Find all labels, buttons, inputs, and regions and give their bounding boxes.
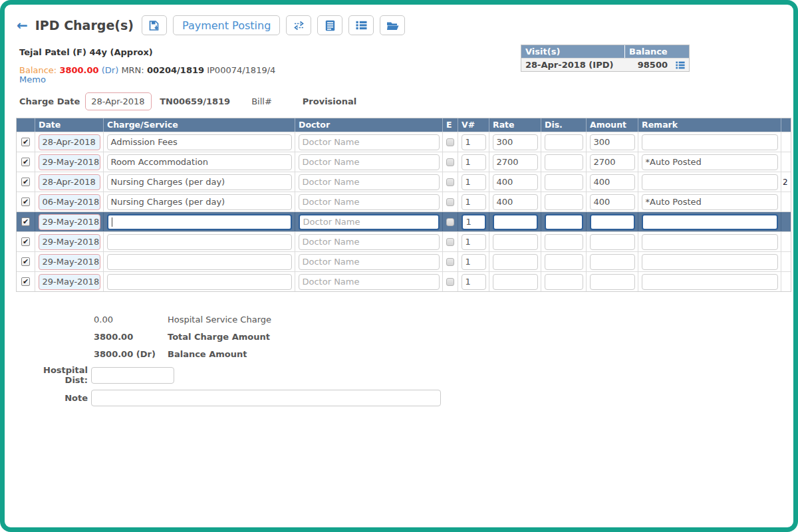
transaction-number: TN00659/1819 bbox=[160, 96, 230, 106]
date-input[interactable]: 29-May-2018 bbox=[39, 214, 100, 230]
charge-list-button[interactable] bbox=[348, 15, 374, 35]
amount-input[interactable] bbox=[590, 234, 635, 250]
date-input[interactable]: 29-May-2018 bbox=[39, 254, 100, 270]
row-checkbox[interactable]: ✔ bbox=[21, 257, 30, 266]
transfer-button[interactable] bbox=[286, 15, 311, 35]
date-input[interactable]: 28-Apr-2018 bbox=[39, 134, 100, 150]
row-checkbox[interactable]: ✔ bbox=[21, 217, 30, 226]
save-button[interactable] bbox=[142, 15, 167, 35]
date-input[interactable]: 06-May-2018 bbox=[39, 194, 100, 210]
rate-input[interactable]: 400 bbox=[493, 174, 538, 190]
visit-number-input[interactable]: 1 bbox=[462, 174, 486, 190]
charge-table-header: DateCharge/ServiceDoctorEV#RateDis.Amoun… bbox=[17, 118, 791, 132]
doctor-input[interactable]: Doctor Name bbox=[299, 134, 440, 150]
remark-input[interactable]: *Auto Posted bbox=[642, 194, 778, 210]
remark-input[interactable] bbox=[642, 174, 778, 190]
amount-input[interactable]: 400 bbox=[590, 194, 635, 210]
discount-input[interactable] bbox=[545, 234, 583, 250]
remark-input[interactable] bbox=[642, 234, 778, 250]
discount-input[interactable] bbox=[545, 174, 583, 190]
visit-row[interactable]: 28-Apr-2018 (IPD)98500 bbox=[521, 58, 689, 71]
doctor-input[interactable]: Doctor Name bbox=[299, 174, 440, 190]
rate-input[interactable] bbox=[493, 274, 538, 290]
date-input[interactable]: 29-May-2018 bbox=[39, 154, 100, 170]
e-checkbox[interactable] bbox=[446, 178, 454, 186]
doctor-input[interactable]: Doctor Name bbox=[299, 214, 440, 230]
amount-input[interactable]: 300 bbox=[590, 134, 635, 150]
discount-input[interactable] bbox=[545, 194, 583, 210]
remark-input[interactable] bbox=[642, 254, 778, 270]
date-input[interactable]: 29-May-2018 bbox=[39, 274, 100, 290]
charge-service-input[interactable]: Nursing Charges (per day) bbox=[107, 174, 292, 190]
rate-input[interactable] bbox=[493, 254, 538, 270]
visit-number-input[interactable]: 1 bbox=[462, 154, 486, 170]
amount-input[interactable] bbox=[590, 214, 635, 230]
visit-detail-icon[interactable] bbox=[676, 61, 685, 69]
doctor-input[interactable]: Doctor Name bbox=[299, 254, 440, 270]
hospital-dist-input[interactable] bbox=[91, 367, 174, 384]
e-checkbox[interactable] bbox=[446, 258, 454, 266]
rate-input[interactable] bbox=[493, 214, 538, 230]
visit-number-input[interactable]: 1 bbox=[462, 134, 486, 150]
doctor-input[interactable]: Doctor Name bbox=[299, 274, 440, 290]
row-checkbox[interactable]: ✔ bbox=[21, 237, 30, 246]
row-checkbox[interactable]: ✔ bbox=[21, 198, 30, 206]
row-checkbox[interactable]: ✔ bbox=[21, 158, 30, 166]
visit-number-input[interactable]: 1 bbox=[462, 194, 486, 210]
column-header-dis: Dis. bbox=[541, 118, 587, 132]
remark-input[interactable] bbox=[642, 274, 778, 290]
charge-service-input[interactable] bbox=[107, 214, 292, 230]
doctor-input[interactable]: Doctor Name bbox=[299, 154, 440, 170]
e-checkbox[interactable] bbox=[446, 278, 454, 286]
remark-input[interactable]: *Auto Posted bbox=[642, 154, 778, 170]
amount-input[interactable] bbox=[590, 274, 635, 290]
row-extra-count: 2 bbox=[781, 172, 791, 192]
rate-input[interactable]: 300 bbox=[493, 134, 538, 150]
charge-service-input[interactable]: Room Accommodation bbox=[107, 154, 292, 170]
amount-input[interactable] bbox=[590, 254, 635, 270]
visit-number-input[interactable]: 1 bbox=[462, 254, 486, 270]
charge-service-input[interactable] bbox=[107, 274, 292, 290]
row-checkbox[interactable]: ✔ bbox=[21, 277, 30, 286]
discount-input[interactable] bbox=[545, 274, 583, 290]
doctor-input[interactable]: Doctor Name bbox=[299, 194, 440, 210]
rate-input[interactable] bbox=[493, 234, 538, 250]
remark-input[interactable] bbox=[642, 214, 778, 230]
charge-date-input[interactable]: 28-Apr-2018 bbox=[85, 92, 152, 110]
page-title: IPD Charge(s) bbox=[35, 18, 134, 33]
discount-input[interactable] bbox=[545, 134, 583, 150]
date-input[interactable]: 28-Apr-2018 bbox=[39, 174, 100, 190]
charge-service-input[interactable] bbox=[107, 254, 292, 270]
mrn-label: MRN: bbox=[121, 65, 144, 75]
note-input[interactable] bbox=[91, 390, 441, 406]
e-checkbox[interactable] bbox=[446, 218, 454, 226]
discount-input[interactable] bbox=[545, 254, 583, 270]
date-input[interactable]: 29-May-2018 bbox=[39, 234, 100, 250]
row-checkbox[interactable]: ✔ bbox=[21, 138, 30, 146]
report-button[interactable] bbox=[317, 15, 342, 35]
visit-number-input[interactable]: 1 bbox=[462, 214, 486, 230]
discount-input[interactable] bbox=[545, 214, 583, 230]
row-checkbox[interactable]: ✔ bbox=[21, 178, 30, 186]
back-arrow-icon[interactable]: ← bbox=[17, 17, 28, 33]
memo-link[interactable]: Memo bbox=[19, 75, 275, 84]
doctor-input[interactable]: Doctor Name bbox=[299, 234, 440, 250]
rate-input[interactable]: 400 bbox=[493, 194, 538, 210]
e-checkbox[interactable] bbox=[446, 238, 454, 246]
visit-number-input[interactable]: 1 bbox=[462, 274, 486, 290]
rate-input[interactable]: 2700 bbox=[493, 154, 538, 170]
row-extra-count bbox=[781, 192, 791, 211]
remark-input[interactable] bbox=[642, 134, 778, 150]
charge-service-input[interactable]: Nursing Charges (per day) bbox=[107, 194, 292, 210]
visit-number-input[interactable]: 1 bbox=[462, 234, 486, 250]
charge-service-input[interactable]: Admission Fees bbox=[107, 134, 292, 150]
e-checkbox[interactable] bbox=[446, 158, 454, 166]
e-checkbox[interactable] bbox=[446, 138, 454, 146]
amount-input[interactable]: 400 bbox=[590, 174, 635, 190]
amount-input[interactable]: 2700 bbox=[590, 154, 635, 170]
open-folder-button[interactable] bbox=[380, 15, 405, 35]
payment-posting-button[interactable]: Payment Posting bbox=[173, 15, 280, 35]
discount-input[interactable] bbox=[545, 154, 583, 170]
e-checkbox[interactable] bbox=[446, 198, 454, 206]
charge-service-input[interactable] bbox=[107, 234, 292, 250]
